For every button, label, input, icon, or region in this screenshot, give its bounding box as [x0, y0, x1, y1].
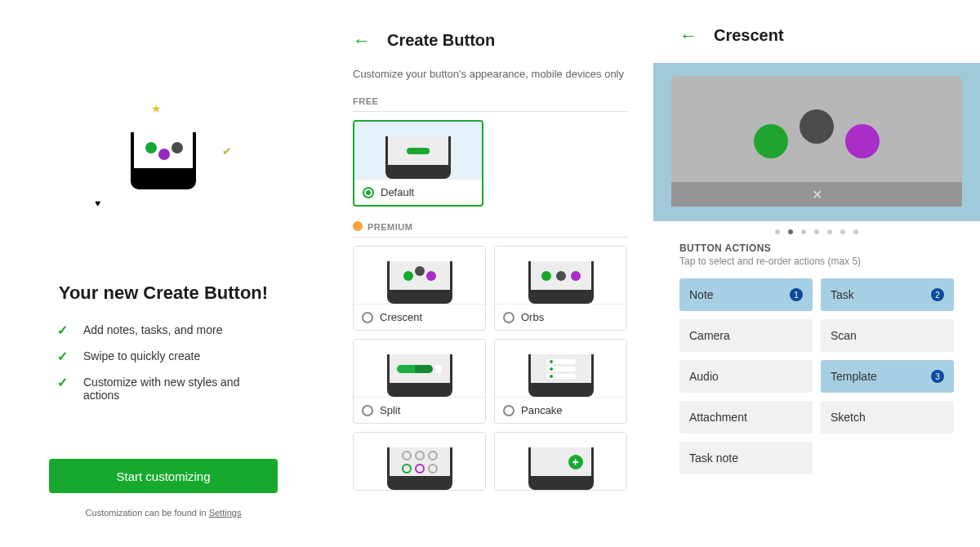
action-task[interactable]: Task2 — [821, 278, 954, 311]
feature-item: ✓ Swipe to quickly create — [57, 349, 270, 364]
order-badge: 1 — [790, 288, 803, 301]
dot-icon — [426, 271, 436, 281]
premium-section-label: PREMIUM — [353, 221, 627, 238]
dot-green-icon — [754, 124, 788, 158]
pager-dot[interactable] — [853, 229, 858, 234]
chip-icon — [435, 365, 442, 373]
preview-hero: ✕ — [653, 63, 980, 221]
dot-purple-icon — [158, 149, 170, 160]
intro-panel: ★ ✔ ♥ Your new Create Button! ✓ Add note… — [0, 0, 327, 547]
dot-green-icon — [145, 142, 157, 153]
fab-plus-icon: + — [568, 455, 583, 469]
settings-link[interactable]: Settings — [209, 508, 242, 518]
radio-icon — [503, 312, 514, 323]
intro-illustration: ★ ✔ ♥ — [106, 98, 220, 204]
action-sketch[interactable]: Sketch — [821, 401, 954, 434]
action-attachment[interactable]: Attachment — [679, 401, 813, 434]
feature-list: ✓ Add notes, tasks, and more ✓ Swipe to … — [57, 323, 270, 413]
panel-title: Create Button — [387, 31, 495, 50]
pager-dot[interactable] — [775, 229, 780, 234]
action-label: Camera — [689, 329, 730, 342]
style-label: Default — [381, 186, 414, 198]
actions-subtitle: Tap to select and re-order actions (max … — [679, 256, 954, 267]
action-label: Attachment — [689, 411, 747, 424]
action-camera[interactable]: Camera — [679, 319, 813, 352]
start-customizing-button[interactable]: Start customizing — [49, 459, 278, 493]
dot-icon — [556, 271, 566, 281]
pager-dot[interactable] — [814, 229, 819, 234]
style-label: Split — [380, 404, 400, 416]
back-arrow-icon[interactable]: ← — [679, 27, 697, 45]
style-card-split[interactable]: Split — [353, 339, 486, 424]
dot-icon — [403, 271, 413, 281]
order-badge: 3 — [931, 370, 944, 383]
pager-dot[interactable] — [840, 229, 845, 234]
dot-icon — [415, 451, 425, 460]
feature-text: Add notes, tasks, and more — [83, 323, 222, 336]
star-icon: ★ — [151, 102, 162, 115]
close-icon[interactable]: ✕ — [671, 182, 962, 207]
premium-options: Crescent Orbs — [353, 246, 627, 491]
style-label: Crescent — [380, 311, 422, 323]
pager-dot[interactable] — [788, 229, 793, 234]
radio-icon — [362, 312, 373, 323]
style-card-crescent[interactable]: Crescent — [353, 246, 486, 331]
actions-title: BUTTON ACTIONS — [679, 242, 954, 254]
dot-icon — [415, 464, 425, 474]
radio-icon — [363, 187, 374, 198]
panel-title: Crescent — [714, 26, 784, 45]
preview-frame: ✕ — [671, 76, 962, 207]
phone-illustration — [131, 132, 196, 189]
dot-icon — [571, 271, 581, 281]
panel-header: ← Crescent — [653, 26, 980, 45]
radio-icon — [362, 405, 373, 416]
split-right-icon — [415, 365, 433, 373]
dot-gray-icon — [172, 142, 183, 153]
footnote-text: Customization can be found in — [86, 508, 209, 518]
split-left-icon — [397, 365, 415, 373]
panel-subtitle: Customize your button's appearance, mobi… — [353, 68, 627, 80]
action-audio[interactable]: Audio — [679, 360, 813, 393]
pager-dot[interactable] — [801, 229, 806, 234]
style-label: Orbs — [521, 311, 544, 323]
action-label: Task — [831, 288, 854, 301]
check-icon: ✔ — [222, 145, 232, 158]
intro-title: Your new Create Button! — [59, 282, 268, 304]
style-card-default[interactable]: Default — [353, 120, 483, 207]
feature-item: ✓ Customize with new styles and actions — [57, 376, 270, 402]
dot-purple-icon — [845, 124, 880, 158]
pancake-icon — [546, 359, 576, 379]
free-section-label: FREE — [353, 96, 627, 112]
action-note[interactable]: Note1 — [679, 278, 813, 311]
pager-dot[interactable] — [827, 229, 832, 234]
action-label: Note — [689, 288, 714, 301]
pill-icon — [407, 148, 430, 154]
action-task-note[interactable]: Task note — [679, 442, 813, 474]
dot-gray-icon — [800, 109, 834, 144]
check-icon: ✓ — [57, 376, 72, 390]
dot-icon — [415, 266, 425, 276]
back-arrow-icon[interactable]: ← — [353, 32, 371, 50]
action-label: Task note — [689, 451, 738, 465]
action-label: Template — [831, 370, 877, 383]
style-card-pancake[interactable]: Pancake — [494, 339, 627, 424]
feature-text: Swipe to quickly create — [83, 349, 200, 362]
dot-icon — [428, 464, 438, 474]
heart-icon: ♥ — [95, 198, 100, 209]
dot-icon — [428, 451, 438, 460]
dot-icon — [402, 464, 412, 474]
style-card-extra-2[interactable]: + — [494, 432, 627, 491]
style-card-extra-1[interactable] — [353, 432, 486, 491]
action-template[interactable]: Template3 — [821, 360, 954, 393]
actions-block: BUTTON ACTIONS Tap to select and re-orde… — [653, 242, 980, 474]
check-icon: ✓ — [57, 323, 72, 338]
pager[interactable] — [653, 221, 980, 242]
radio-icon — [503, 405, 514, 416]
feature-text: Customize with new styles and actions — [83, 376, 270, 402]
order-badge: 2 — [931, 288, 944, 301]
style-preview — [354, 122, 482, 179]
dot-icon — [402, 451, 412, 460]
action-scan[interactable]: Scan — [821, 319, 954, 352]
style-card-orbs[interactable]: Orbs — [494, 246, 627, 331]
style-label: Pancake — [521, 404, 563, 416]
